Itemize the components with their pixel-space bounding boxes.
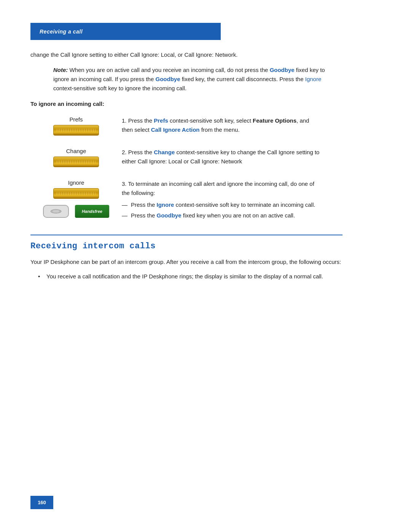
step-2-image-col: Change: [46, 148, 107, 167]
steps-area: Prefs 1. Press the Prefs context-sensiti…: [46, 116, 381, 222]
step-1-call-ignore-action: Call Ignore Action: [151, 126, 200, 133]
page-wrapper: Receiving a call change the Call Ignore …: [0, 0, 411, 532]
step-1-feature-options: Feature Options: [253, 117, 296, 124]
section-divider: [30, 235, 342, 235]
bullet-text-1: You receive a call notification and the …: [46, 272, 323, 281]
intro-text: change the Call Ignore setting to either…: [30, 51, 342, 59]
step-2-change: Change: [154, 149, 175, 155]
step-row-3: Ignore Handsfree: [46, 179, 381, 222]
sub-bullet-2: — Press the Goodbye fixed key when you a…: [122, 211, 320, 220]
bullet-item-1: • You receive a call notification and th…: [38, 272, 342, 281]
page-number-box: 160: [30, 496, 53, 509]
sub-bullet-1-text: Press the Ignore context-sensitive soft …: [131, 201, 315, 209]
step-row-2: Change 2. Press the Change context-sensi…: [46, 148, 381, 167]
sub-ignore-link: Ignore: [157, 201, 174, 208]
page-number: 160: [38, 500, 46, 505]
phone-device-svg: [49, 208, 63, 214]
step-2-text: 2. Press the Change context-sensitive ke…: [122, 148, 320, 166]
handsfree-icon: Handsfree: [75, 205, 109, 218]
step-1-label: Prefs: [69, 116, 83, 123]
step-1-text: 1. Press the Prefs context-sensitive sof…: [122, 116, 320, 134]
header-banner: Receiving a call: [30, 23, 221, 40]
note-block: Note: When you are on active call and yo…: [53, 66, 335, 93]
to-ignore-heading: To ignore an incoming call:: [30, 101, 381, 107]
step-row-1: Prefs 1. Press the Prefs context-sensiti…: [46, 116, 381, 136]
note-goodbye2: Goodbye: [155, 76, 180, 82]
step-1-image-col: Prefs: [46, 116, 107, 136]
svg-rect-1: [53, 210, 59, 212]
step-3-number: 3.: [122, 181, 127, 187]
phone-device-icon: [43, 205, 69, 218]
sub-bullets: — Press the Ignore context-sensitive sof…: [122, 201, 320, 220]
sub-bullet-2-text: Press the Goodbye fixed key when you are…: [131, 211, 295, 220]
step-3-plain: To terminate an incoming call alert and …: [122, 181, 314, 196]
section-title: Receiving intercom calls: [30, 241, 381, 251]
step-3-softkey: [53, 188, 99, 199]
handsfree-label: Handsfree: [82, 209, 102, 214]
note-text1: When you are on active call and you rece…: [68, 67, 269, 73]
step-2-number: 2.: [122, 149, 127, 155]
step-1-softkey: [53, 125, 99, 136]
note-text3: fixed key, the current call disconnects.…: [180, 76, 305, 82]
sub-bullet-1: — Press the Ignore context-sensitive sof…: [122, 201, 320, 209]
section-intro: Your IP Deskphone can be part of an inte…: [30, 258, 342, 267]
note-goodbye1: Goodbye: [270, 67, 295, 73]
sub-goodbye-link: Goodbye: [157, 212, 182, 219]
banner-title: Receiving a call: [40, 29, 83, 35]
step-1-prefs: Prefs: [154, 117, 168, 124]
note-ignore: Ignore: [305, 76, 322, 82]
sub-bullet-1-dash: —: [122, 201, 128, 209]
step-2-softkey: [53, 157, 99, 167]
step-3-image-col: Ignore Handsfree: [46, 179, 107, 218]
note-text4: context-sensitive soft key to ignore the…: [53, 85, 186, 91]
sub-bullet-2-dash: —: [122, 211, 128, 220]
step-1-number: 1.: [122, 117, 127, 124]
bullet-dot-1: •: [38, 272, 43, 281]
note-label: Note:: [53, 67, 68, 73]
step-3-text: 3. To terminate an incoming call alert a…: [122, 179, 320, 222]
step-3-icons-row: Handsfree: [43, 205, 109, 218]
bullet-list: • You receive a call notification and th…: [38, 272, 342, 281]
step-2-label: Change: [66, 148, 86, 154]
step-3-label: Ignore: [68, 179, 84, 186]
